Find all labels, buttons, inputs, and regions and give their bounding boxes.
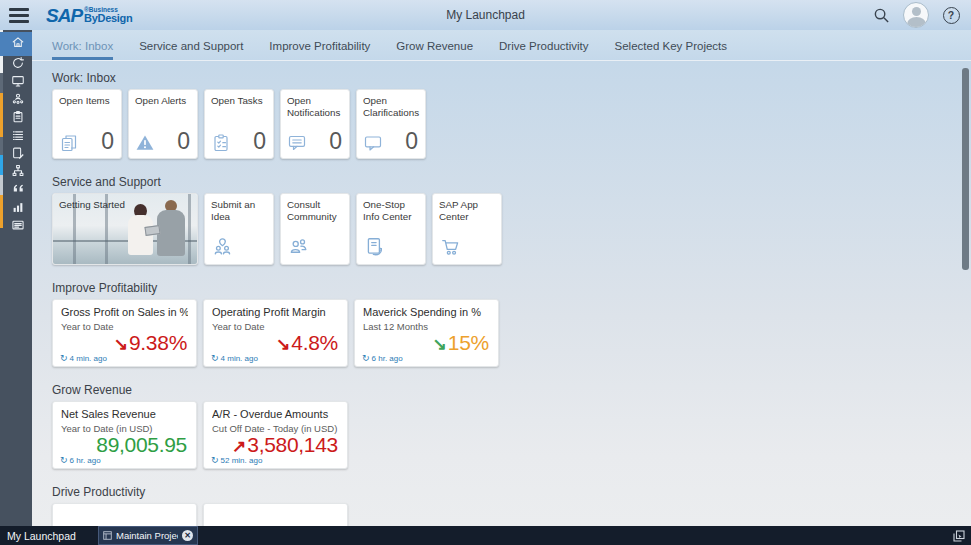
tile-bottom: 0 bbox=[59, 130, 114, 153]
idea-icon bbox=[212, 236, 234, 258]
close-icon[interactable]: ✕ bbox=[182, 530, 193, 541]
sidebar-item-people[interactable] bbox=[3, 92, 32, 110]
tab-grow-revenue[interactable]: Grow Revenue bbox=[396, 40, 473, 60]
sidebar-item-org-structure[interactable] bbox=[3, 164, 32, 182]
tile-bottom: 0 bbox=[363, 130, 418, 153]
tile-title: Submit an Idea bbox=[211, 199, 267, 222]
taskbar-window-tab[interactable]: Maintain Project:... ✕ bbox=[98, 526, 198, 545]
tile-updated: ↻4 min. ago bbox=[211, 353, 258, 363]
sidebar-item-home[interactable] bbox=[0, 32, 32, 56]
sidebar-item-documents[interactable] bbox=[3, 146, 32, 164]
sap-logo-text: SAP bbox=[46, 6, 82, 25]
tile-getting-started[interactable]: Getting Started bbox=[52, 193, 198, 265]
page-title: My Launchpad bbox=[446, 8, 525, 22]
tile-operating-profit-margin[interactable]: Operating Profit MarginYear to Date↘4.8%… bbox=[203, 299, 348, 367]
tile-partial[interactable] bbox=[52, 503, 197, 526]
tile-bottom: 0 bbox=[211, 130, 266, 153]
quotes-icon bbox=[11, 182, 25, 200]
trend-arrow-icon: ↘ bbox=[276, 334, 290, 355]
updated-text: 4 min. ago bbox=[221, 354, 258, 363]
audience-icon bbox=[11, 92, 25, 110]
tile-open-clarifications[interactable]: Open Clarifications0 bbox=[356, 89, 426, 159]
info-doc-icon bbox=[364, 236, 386, 258]
tile-title: Open Notifications bbox=[287, 95, 343, 118]
tile-row: Net Sales RevenueYear to Date (in USD)89… bbox=[52, 401, 971, 469]
window-icon bbox=[103, 531, 112, 540]
kpi-value: 15% bbox=[448, 331, 489, 355]
top-header: SAP ®Business ByDesign My Launchpad ? bbox=[0, 0, 971, 30]
tile-consult-community[interactable]: Consult Community bbox=[280, 193, 350, 265]
tile-row: Getting StartedSubmit an IdeaConsult Com… bbox=[52, 193, 971, 265]
kpi-value: 3,580,143 bbox=[247, 433, 338, 457]
alert-icon bbox=[135, 133, 155, 153]
tab-improve-profitability[interactable]: Improve Profitability bbox=[269, 40, 370, 60]
tile-updated: ↻52 min. ago bbox=[211, 455, 262, 465]
kpi-value: 9.38% bbox=[129, 331, 187, 355]
sidebar-item-tasks[interactable] bbox=[3, 110, 32, 128]
sidebar-item-workstation[interactable] bbox=[3, 74, 32, 92]
tile-title: Getting Started bbox=[59, 199, 125, 210]
tab-selected-key-projects[interactable]: Selected Key Projects bbox=[615, 40, 728, 60]
tile-count: 0 bbox=[101, 130, 114, 153]
tile-open-notifications[interactable]: Open Notifications0 bbox=[280, 89, 350, 159]
tab-drive-productivity[interactable]: Drive Productivity bbox=[499, 40, 588, 60]
tile-net-sales-revenue[interactable]: Net Sales RevenueYear to Date (in USD)89… bbox=[52, 401, 197, 469]
tab-service-and-support[interactable]: Service and Support bbox=[139, 40, 243, 60]
restore-windows-icon[interactable] bbox=[953, 530, 965, 542]
tile-submit-an-idea[interactable]: Submit an Idea bbox=[204, 193, 274, 265]
left-sidebar bbox=[0, 30, 32, 526]
kpi-value: 4.8% bbox=[291, 331, 338, 355]
tile-updated: ↻4 min. ago bbox=[60, 353, 107, 363]
sidebar-item-feedback[interactable] bbox=[3, 182, 32, 200]
sidebar-item-analytics[interactable] bbox=[3, 200, 32, 218]
sidebar-item-worklist[interactable] bbox=[3, 128, 32, 146]
tile-open-items[interactable]: Open Items0 bbox=[52, 89, 122, 159]
tile-title: Operating Profit Margin bbox=[212, 306, 339, 318]
clipboard-icon bbox=[11, 110, 25, 128]
updated-text: 6 hr. ago bbox=[372, 354, 403, 363]
launchpad-tabbar: Work: InboxService and SupportImprove Pr… bbox=[32, 30, 971, 60]
photo-window-frame bbox=[188, 194, 191, 264]
kpi-value: 89,005.95 bbox=[96, 433, 187, 457]
tile-sap-app-center[interactable]: SAP App Center bbox=[432, 193, 502, 265]
refresh-icon: ↻ bbox=[211, 455, 219, 465]
help-icon[interactable]: ? bbox=[941, 5, 961, 25]
tile-title: Open Tasks bbox=[211, 95, 267, 107]
history-icon bbox=[11, 56, 25, 74]
photo-person bbox=[157, 200, 185, 256]
org-chart-icon bbox=[11, 164, 25, 182]
trend-arrow-icon: ↘ bbox=[433, 334, 447, 355]
section-title-service-and-support: Service and Support bbox=[52, 175, 971, 189]
refresh-icon: ↻ bbox=[60, 353, 68, 363]
refresh-icon: ↻ bbox=[60, 455, 68, 465]
taskbar-home-button[interactable]: My Launchpad bbox=[0, 530, 76, 542]
tile-partial[interactable] bbox=[203, 503, 348, 526]
tile-count: 0 bbox=[405, 130, 418, 153]
tile-bottom: 0 bbox=[287, 130, 342, 153]
user-avatar[interactable] bbox=[903, 2, 929, 28]
tile-gross-profit-on-sales-in[interactable]: Gross Profit on Sales in %Year to Date↘9… bbox=[52, 299, 197, 367]
logo-bydesign-text: ByDesign bbox=[84, 13, 132, 24]
tile-open-tasks[interactable]: Open Tasks0 bbox=[204, 89, 274, 159]
section-title-improve-profitability: Improve Profitability bbox=[52, 281, 971, 295]
list-icon bbox=[11, 128, 25, 146]
section-title-drive-productivity: Drive Productivity bbox=[52, 485, 971, 499]
sidebar-item-recent[interactable] bbox=[3, 56, 32, 74]
tile-a-r-overdue-amounts[interactable]: A/R - Overdue AmountsCut Off Date - Toda… bbox=[203, 401, 348, 469]
menu-hamburger-icon[interactable] bbox=[0, 0, 34, 30]
search-icon[interactable] bbox=[871, 5, 891, 25]
refresh-icon: ↻ bbox=[362, 353, 370, 363]
tile-maverick-spending-in[interactable]: Maverick Spending in %Last 12 Months↘15%… bbox=[354, 299, 499, 367]
home-icon bbox=[11, 35, 25, 53]
tile-one-stop-info-center[interactable]: One-Stop Info Center bbox=[356, 193, 426, 265]
tile-count: 0 bbox=[177, 130, 190, 153]
community-icon bbox=[288, 236, 310, 258]
tile-open-alerts[interactable]: Open Alerts0 bbox=[128, 89, 198, 159]
tile-title: Gross Profit on Sales in % bbox=[61, 306, 188, 318]
tile-title: Open Items bbox=[59, 95, 115, 107]
vertical-scrollbar-thumb[interactable] bbox=[962, 68, 969, 270]
tab-work-inbox[interactable]: Work: Inbox bbox=[52, 40, 113, 60]
taskbar-tab-label: Maintain Project:... bbox=[116, 530, 178, 541]
notification-icon bbox=[287, 133, 307, 153]
sidebar-item-inbox-mail[interactable] bbox=[3, 218, 32, 236]
